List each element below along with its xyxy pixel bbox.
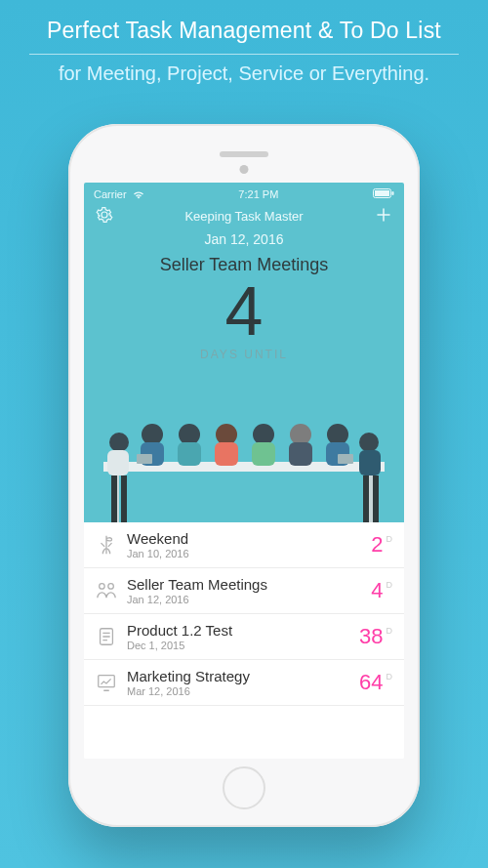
hero-panel: Carrier 7:21 PM Keeping Task Master Jan … (84, 183, 404, 522)
weekend-icon (96, 534, 117, 556)
screen: Carrier 7:21 PM Keeping Task Master Jan … (84, 183, 404, 759)
svg-rect-19 (107, 450, 129, 475)
promo-subtitle: for Meeting, Project, Service or Everyth… (8, 62, 480, 85)
hero-date: Jan 12, 2016 (84, 231, 404, 247)
task-title: Weekend (127, 530, 371, 547)
task-date: Dec 1, 2015 (127, 640, 359, 651)
svg-rect-31 (99, 676, 115, 687)
gear-icon (96, 206, 113, 224)
svg-rect-9 (178, 442, 201, 466)
svg-rect-13 (252, 442, 275, 466)
countdown-number: 4 (84, 277, 404, 346)
task-days: 4D (371, 578, 392, 603)
page-title: Keeping Task Master (184, 209, 303, 224)
promo-header: Perfect Task Management & To Do List for… (0, 0, 488, 97)
svg-point-8 (179, 424, 200, 445)
people-icon (96, 580, 117, 601)
svg-point-10 (216, 424, 237, 445)
svg-rect-24 (363, 475, 369, 522)
svg-rect-21 (121, 475, 127, 522)
svg-rect-23 (359, 450, 381, 475)
svg-point-18 (109, 433, 129, 452)
task-date: Mar 12, 2016 (127, 685, 359, 697)
phone-camera (240, 165, 249, 174)
hero-event-title: Seller Team Meetings (84, 255, 404, 275)
phone-speaker (220, 151, 268, 157)
task-date: Jan 10, 2016 (127, 548, 371, 559)
svg-point-14 (290, 424, 311, 445)
task-days: 64D (359, 670, 392, 695)
task-date: Jan 12, 2016 (127, 594, 371, 605)
svg-rect-11 (215, 442, 238, 466)
plus-icon (375, 206, 392, 224)
svg-rect-20 (111, 475, 117, 522)
task-list[interactable]: Weekend Jan 10, 2016 2D Seller Team Meet… (84, 522, 404, 759)
status-bar: Carrier 7:21 PM (84, 183, 404, 202)
status-carrier: Carrier (94, 188, 144, 200)
settings-button[interactable] (96, 206, 113, 227)
list-item[interactable]: Marketing Strategy Mar 12, 2016 64D (84, 660, 404, 706)
list-item[interactable]: Seller Team Meetings Jan 12, 2016 4D (84, 568, 404, 614)
svg-point-6 (142, 424, 163, 445)
svg-point-16 (327, 424, 348, 445)
task-days: 2D (371, 532, 392, 558)
document-icon (96, 626, 117, 647)
divider (29, 54, 459, 55)
svg-rect-27 (338, 454, 353, 464)
chart-icon (96, 672, 117, 693)
task-title: Marketing Strategy (127, 668, 359, 684)
svg-rect-26 (137, 454, 152, 464)
countdown-label: DAYS UNTIL (84, 348, 404, 361)
svg-point-28 (100, 584, 105, 590)
promo-title: Perfect Task Management & To Do List (8, 18, 480, 44)
svg-rect-25 (373, 475, 379, 522)
list-item[interactable]: Weekend Jan 10, 2016 2D (84, 522, 404, 568)
svg-rect-1 (375, 190, 389, 196)
svg-rect-2 (392, 191, 394, 195)
add-button[interactable] (375, 206, 392, 227)
battery-icon (373, 188, 394, 200)
svg-point-29 (108, 584, 114, 590)
svg-rect-15 (289, 442, 312, 466)
meeting-illustration (84, 386, 404, 522)
phone-frame: Carrier 7:21 PM Keeping Task Master Jan … (68, 124, 420, 827)
home-button[interactable] (223, 766, 265, 809)
status-time: 7:21 PM (238, 188, 278, 200)
task-title: Product 1.2 Test (127, 622, 359, 639)
task-days: 38D (359, 624, 392, 649)
list-item[interactable]: Product 1.2 Test Dec 1, 2015 38D (84, 614, 404, 660)
svg-point-22 (359, 433, 379, 452)
app-bar: Keeping Task Master (84, 202, 404, 229)
wifi-icon (133, 190, 144, 199)
svg-point-12 (253, 424, 274, 445)
task-title: Seller Team Meetings (127, 576, 371, 593)
